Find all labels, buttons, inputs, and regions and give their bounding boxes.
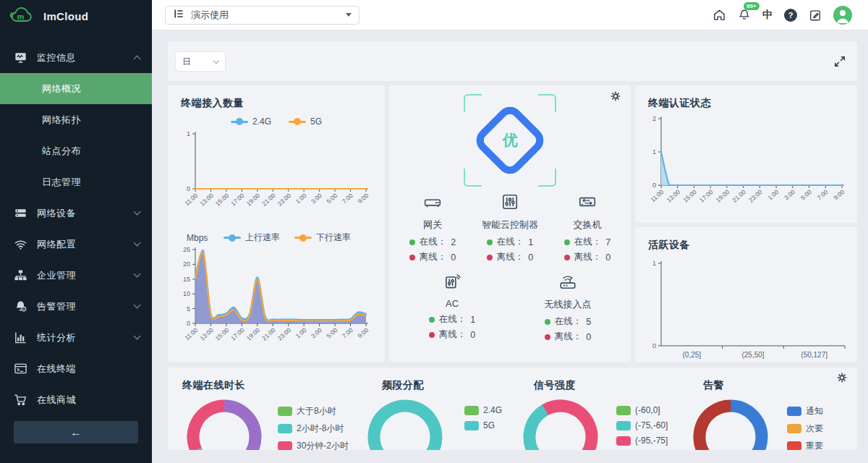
offline-count: 0: [470, 330, 475, 340]
legend-item[interactable]: (-75,-60]: [616, 420, 668, 430]
legend-label: 下行速率: [316, 232, 351, 244]
offline-dot: [545, 334, 550, 340]
language-toggle[interactable]: 中: [762, 9, 773, 22]
device-status-row: 网关 在线：2 离线：0 智能云控制器 在线：1 离线：0 交换机 在线：7 离…: [389, 192, 631, 263]
legend-label: 5G: [310, 116, 322, 127]
sidebar-item-site-distribution[interactable]: 站点分布: [0, 135, 152, 166]
feedback-edit-icon[interactable]: [809, 9, 822, 22]
chart-legend: 2.4G5G: [168, 116, 385, 127]
device-name: AC: [446, 298, 459, 309]
svg-text:21:00: 21:00: [260, 326, 277, 342]
sidebar-menu: 监控信息 网络概况 网络拓扑 站点分布 日志管理 网络设备 网络配置 企业管理: [0, 42, 152, 415]
gear-icon[interactable]: [836, 372, 848, 386]
sidebar-item-log-management[interactable]: 日志管理: [0, 166, 152, 197]
legend-item[interactable]: 30分钟-2小时: [278, 440, 349, 450]
traffic-chart[interactable]: 051015202511:0013:0015:0017:0019:0021:00…: [175, 244, 385, 361]
offline-dot: [564, 255, 570, 260]
band-allocation-donut[interactable]: [367, 399, 443, 450]
svg-text:5:00: 5:00: [799, 188, 813, 202]
svg-text:13:00: 13:00: [198, 192, 215, 208]
sidebar-item-label: 监控信息: [37, 51, 135, 64]
sidebar-collapse-button[interactable]: ←: [14, 421, 138, 443]
legend-swatch: [616, 421, 631, 430]
legend-item[interactable]: 重要: [787, 440, 823, 450]
sidebar-item-enterprise[interactable]: 企业管理: [0, 260, 152, 291]
legend-item[interactable]: 5G: [464, 420, 502, 430]
panel-title: 终端认证状态: [635, 85, 857, 110]
ac-icon: [443, 272, 461, 294]
chevron-down-icon: [134, 239, 141, 247]
legend-label: 大于8小时: [297, 405, 336, 417]
sidebar-item-online-store[interactable]: 在线商城: [0, 384, 152, 415]
svg-text:7:00: 7:00: [341, 326, 354, 340]
user-avatar[interactable]: [833, 6, 852, 25]
legend-item[interactable]: 上行速率: [224, 232, 280, 244]
legend-item[interactable]: 2.4G: [231, 116, 271, 127]
offline-label: 离线：: [555, 331, 582, 343]
home-icon[interactable]: [712, 8, 726, 22]
sidebar-item-network-config[interactable]: 网络配置: [0, 229, 152, 260]
active-devices-chart[interactable]: 01(0,25](25,50](50,127]: [642, 255, 857, 368]
svg-text:5:00: 5:00: [325, 192, 339, 205]
legend-item[interactable]: 通知: [787, 405, 823, 417]
terminal-access-chart[interactable]: 0111:0013:0015:0017:0019:0021:0023:001:0…: [175, 127, 385, 222]
corner-bracket-icon: [464, 169, 482, 187]
sidebar-item-network-topology[interactable]: 网络拓扑: [0, 104, 152, 135]
svg-text:21:00: 21:00: [731, 188, 747, 204]
legend-label: 次要: [806, 422, 823, 435]
panel-active-devices: 活跃设备 01(0,25](25,50](50,127]: [635, 227, 857, 362]
bell-icon[interactable]: 99+: [738, 8, 751, 22]
sidebar: m ImCloud 监控信息 网络概况 网络拓扑 站点分布 日志管理 网络设备: [0, 0, 152, 463]
legend-item[interactable]: 2.4G: [464, 405, 502, 415]
sidebar-item-alarm-management[interactable]: 告警管理: [0, 291, 152, 322]
panel-title: 频段分配: [382, 379, 424, 392]
legend-item[interactable]: 2小时-8小时: [278, 422, 349, 435]
svg-text:20: 20: [183, 260, 190, 268]
gear-icon[interactable]: [610, 90, 621, 105]
svg-text:5:00: 5:00: [325, 326, 339, 340]
legend-label: 重要: [806, 440, 823, 450]
svg-text:11:00: 11:00: [183, 326, 199, 341]
legend-item[interactable]: 大于8小时: [278, 405, 349, 417]
online-count: 5: [586, 317, 591, 327]
sidebar-item-network-overview[interactable]: 网络概况: [0, 73, 152, 104]
arrow-left-icon: ←: [70, 426, 82, 439]
svg-text:9:00: 9:00: [356, 192, 370, 205]
period-selector[interactable]: 日: [175, 51, 226, 72]
sidebar-item-statistics[interactable]: 统计分析: [0, 322, 152, 353]
svg-text:(50,127]: (50,127]: [801, 351, 827, 359]
legend-item[interactable]: 下行速率: [294, 232, 351, 244]
sidebar-item-monitoring[interactable]: 监控信息: [0, 42, 152, 73]
legend-item[interactable]: 次要: [787, 422, 823, 435]
svg-text:1:00: 1:00: [294, 192, 308, 205]
alarms-donut[interactable]: [693, 399, 768, 450]
legend-item[interactable]: (-60,0]: [616, 405, 668, 415]
legend-item[interactable]: 5G: [289, 116, 322, 127]
panel-terminal-access: 终端接入数量 2.4G5G 0111:0013:0015:0017:0019:0…: [168, 85, 385, 362]
offline-label: 离线：: [497, 251, 524, 263]
org-selector[interactable]: 演示使用: [165, 6, 359, 25]
traffic-chart-header: Mbps 上行速率下行速率: [168, 232, 385, 244]
app-title: ImCloud: [43, 10, 88, 22]
legend-swatch: [278, 407, 292, 416]
signal-strength-donut[interactable]: [523, 399, 598, 450]
legend-item[interactable]: (-95,-75]: [616, 436, 668, 446]
svg-text:21:00: 21:00: [260, 192, 277, 208]
fullscreen-expand-icon[interactable]: [834, 56, 846, 70]
device-switch: 交换机 在线：7 离线：0: [553, 192, 622, 263]
svg-text:17:00: 17:00: [229, 192, 246, 208]
help-icon[interactable]: ?: [784, 9, 797, 22]
notification-badge: 99+: [744, 2, 760, 10]
online-dot: [564, 239, 570, 245]
terminal-icon: [13, 362, 27, 375]
svg-text:15:00: 15:00: [214, 192, 231, 208]
online-duration-donut[interactable]: [187, 399, 262, 450]
auth-status-chart[interactable]: 01211:0013:0015:0017:0019:0021:0023:001:…: [642, 111, 857, 223]
svg-text:5: 5: [187, 305, 190, 313]
legend-label: 2小时-8小时: [297, 422, 344, 435]
sidebar-item-network-devices[interactable]: 网络设备: [0, 197, 152, 229]
panel-donut-stats: 终端在线时长 频段分配 信号强度 告警 大于8小时2小时-8小时30分钟-2小时…: [168, 368, 857, 450]
svg-text:0: 0: [187, 185, 190, 192]
svg-text:3:00: 3:00: [783, 188, 796, 202]
sidebar-item-online-terminals[interactable]: 在线终端: [0, 353, 152, 384]
